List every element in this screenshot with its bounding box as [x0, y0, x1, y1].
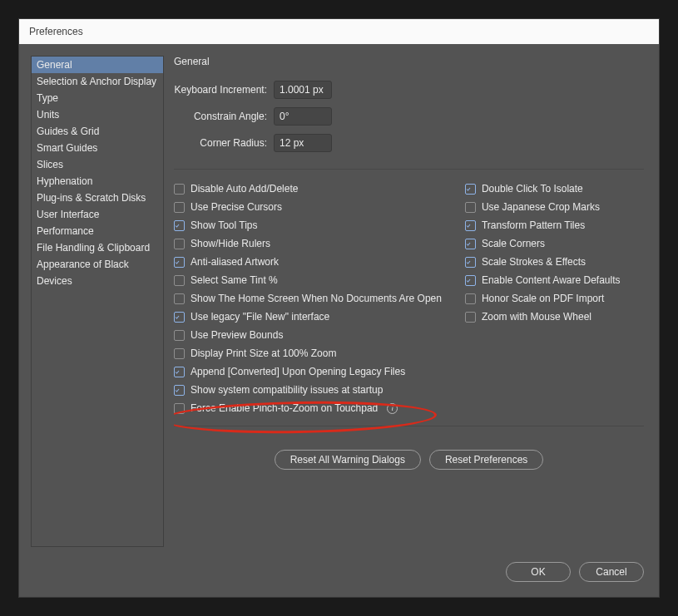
- sidebar-item[interactable]: Smart Guides: [32, 140, 163, 156]
- checkbox-label: Force Enable Pinch-to-Zoom on Touchpad: [191, 402, 378, 414]
- corner-radius-label: Corner Radius:: [174, 137, 274, 149]
- checkbox-label: Append [Converted] Upon Opening Legacy F…: [191, 366, 405, 377]
- sidebar-item[interactable]: Plug-ins & Scratch Disks: [32, 190, 163, 206]
- checkbox-label: Use legacy "File New" interface: [191, 311, 329, 323]
- sidebar-item[interactable]: File Handling & Clipboard: [32, 239, 163, 256]
- checkbox[interactable]: [174, 385, 185, 396]
- separator: [174, 169, 644, 170]
- sidebar-item[interactable]: Hyphenation: [32, 173, 163, 190]
- checkbox-label: Scale Strokes & Effects: [482, 256, 586, 268]
- checkbox[interactable]: [465, 184, 476, 195]
- checkbox-label: Show system compatibility issues at star…: [191, 384, 383, 396]
- preferences-window: Preferences GeneralSelection & Anchor Di…: [18, 18, 660, 598]
- checkbox-row[interactable]: Use Japanese Crop Marks: [465, 198, 644, 216]
- sidebar-item[interactable]: Selection & Anchor Display: [32, 73, 163, 90]
- checkbox-row[interactable]: Scale Corners: [465, 234, 644, 253]
- checkbox-row[interactable]: Append [Converted] Upon Opening Legacy F…: [174, 362, 442, 381]
- checkbox-row[interactable]: Show system compatibility issues at star…: [174, 381, 442, 399]
- titlebar: Preferences: [19, 19, 659, 44]
- checkbox-row[interactable]: Select Same Tint %: [174, 271, 442, 289]
- checkbox-row[interactable]: Use legacy "File New" interface: [174, 308, 442, 326]
- checkbox[interactable]: [174, 239, 185, 249]
- panel-title: General: [174, 56, 644, 67]
- checkbox[interactable]: [174, 312, 185, 323]
- checkbox[interactable]: [174, 184, 185, 195]
- ok-button[interactable]: OK: [506, 562, 571, 582]
- checkbox-label: Transform Pattern Tiles: [482, 219, 585, 231]
- checkbox[interactable]: [465, 293, 476, 304]
- sidebar-item[interactable]: Type: [32, 90, 163, 106]
- checkbox[interactable]: [174, 220, 185, 231]
- checkbox[interactable]: [174, 202, 185, 213]
- checkbox-row[interactable]: Use Preview Bounds: [174, 326, 442, 344]
- checkbox-row[interactable]: Scale Strokes & Effects: [465, 253, 644, 271]
- checkbox-label: Show/Hide Rulers: [191, 238, 270, 249]
- checkbox-row[interactable]: Transform Pattern Tiles: [465, 216, 644, 234]
- checkbox-label: Honor Scale on PDF Import: [482, 293, 604, 304]
- checkbox-row[interactable]: Disable Auto Add/Delete: [174, 180, 442, 198]
- checkbox-row[interactable]: Show The Home Screen When No Documents A…: [174, 289, 442, 308]
- checkbox[interactable]: [465, 220, 476, 231]
- sidebar-item[interactable]: Slices: [32, 156, 163, 173]
- checkbox[interactable]: [174, 257, 185, 268]
- cancel-button[interactable]: Cancel: [579, 562, 644, 582]
- checkbox-label: Use Preview Bounds: [191, 329, 283, 341]
- checkbox[interactable]: [465, 202, 476, 213]
- checkbox-label: Select Same Tint %: [191, 274, 278, 286]
- sidebar-item[interactable]: Units: [32, 106, 163, 123]
- sidebar-item[interactable]: Appearance of Black: [32, 256, 163, 273]
- reset-warnings-button[interactable]: Reset All Warning Dialogs: [275, 450, 421, 470]
- checkbox-row[interactable]: Zoom with Mouse Wheel: [465, 308, 644, 326]
- reset-preferences-button[interactable]: Reset Preferences: [429, 450, 543, 470]
- settings-panel: General Keyboard Increment: Constrain An…: [174, 56, 644, 547]
- constrain-angle-row: Constrain Angle:: [174, 107, 644, 126]
- checkbox-label: Use Japanese Crop Marks: [482, 201, 600, 213]
- checkbox-label: Double Click To Isolate: [482, 183, 583, 195]
- checkbox-label: Anti-aliased Artwork: [191, 256, 279, 268]
- info-icon[interactable]: i: [387, 403, 398, 414]
- corner-radius-input[interactable]: [274, 134, 332, 152]
- category-sidebar[interactable]: GeneralSelection & Anchor DisplayTypeUni…: [31, 56, 164, 547]
- checkbox[interactable]: [465, 257, 476, 268]
- keyboard-increment-input[interactable]: [274, 81, 332, 99]
- checks-right-column: Double Click To IsolateUse Japanese Crop…: [465, 180, 644, 417]
- checkbox-row[interactable]: Enable Content Aware Defaults: [465, 271, 644, 289]
- keyboard-increment-label: Keyboard Increment:: [174, 84, 274, 96]
- reset-buttons-row: Reset All Warning Dialogs Reset Preferen…: [174, 450, 644, 470]
- checkbox[interactable]: [465, 312, 476, 323]
- checkbox[interactable]: [465, 239, 476, 249]
- checkbox-row[interactable]: Force Enable Pinch-to-Zoom on Touchpadi: [174, 399, 442, 417]
- sidebar-item[interactable]: User Interface: [32, 206, 163, 223]
- checkbox[interactable]: [174, 293, 185, 304]
- constrain-angle-input[interactable]: [274, 107, 332, 126]
- sidebar-item[interactable]: Devices: [32, 273, 163, 289]
- checkbox-label: Show Tool Tips: [191, 219, 258, 231]
- checkbox[interactable]: [174, 330, 185, 341]
- checkbox-row[interactable]: Show Tool Tips: [174, 216, 442, 234]
- checkbox-row[interactable]: Honor Scale on PDF Import: [465, 289, 644, 308]
- checkbox-label: Zoom with Mouse Wheel: [482, 311, 591, 323]
- sidebar-item[interactable]: General: [32, 57, 163, 73]
- checkbox-columns: Disable Auto Add/DeleteUse Precise Curso…: [174, 180, 644, 417]
- checkbox-label: Scale Corners: [482, 238, 545, 249]
- sidebar-item[interactable]: Performance: [32, 223, 163, 239]
- window-title: Preferences: [29, 26, 83, 37]
- checkbox[interactable]: [174, 403, 185, 414]
- checkbox[interactable]: [174, 275, 185, 286]
- checkbox-label: Show The Home Screen When No Documents A…: [191, 293, 442, 304]
- sidebar-item[interactable]: Guides & Grid: [32, 123, 163, 140]
- main-area: GeneralSelection & Anchor DisplayTypeUni…: [31, 56, 644, 547]
- dialog-footer: OK Cancel: [31, 547, 644, 582]
- checkbox-row[interactable]: Show/Hide Rulers: [174, 234, 442, 253]
- checkbox-label: Display Print Size at 100% Zoom: [191, 347, 336, 359]
- checkbox-row[interactable]: Anti-aliased Artwork: [174, 253, 442, 271]
- checkbox-row[interactable]: Display Print Size at 100% Zoom: [174, 344, 442, 362]
- checkbox[interactable]: [465, 275, 476, 286]
- corner-radius-row: Corner Radius:: [174, 134, 644, 152]
- checkbox-label: Enable Content Aware Defaults: [482, 274, 621, 286]
- checkbox[interactable]: [174, 348, 185, 359]
- checkbox-row[interactable]: Use Precise Cursors: [174, 198, 442, 216]
- checkbox-row[interactable]: Double Click To Isolate: [465, 180, 644, 198]
- constrain-angle-label: Constrain Angle:: [174, 111, 274, 122]
- checkbox[interactable]: [174, 367, 185, 377]
